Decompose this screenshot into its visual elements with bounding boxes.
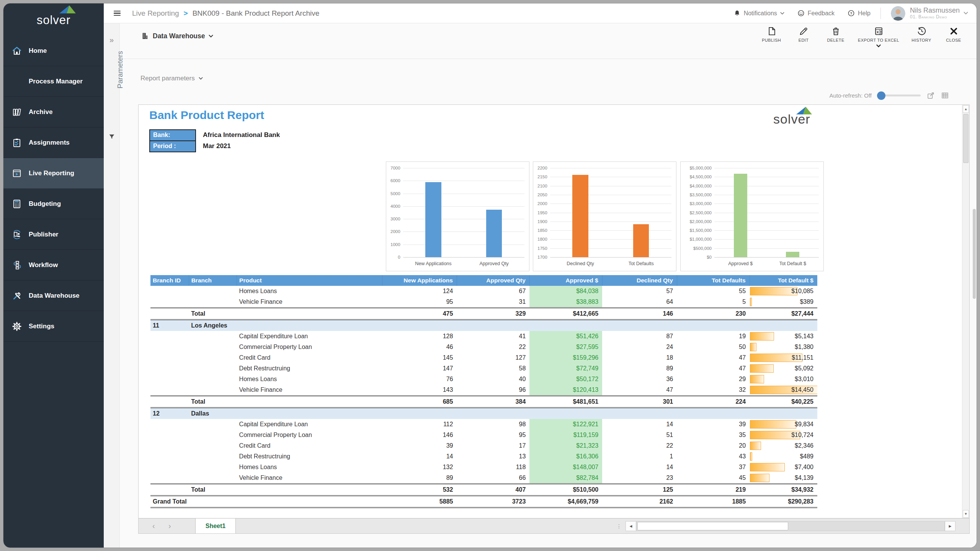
table-header-row: Branch IDBranchProductNew ApplicationsAp… bbox=[150, 275, 817, 286]
value-cell: 22 bbox=[457, 342, 529, 352]
sidebar-item-publisher[interactable]: Publisher bbox=[3, 219, 104, 250]
filter-funnel-icon[interactable] bbox=[108, 134, 115, 142]
value-cell: $489 bbox=[750, 451, 817, 462]
sidebar-item-settings[interactable]: Settings bbox=[3, 311, 104, 342]
y-tick-label: $4,500,000 bbox=[689, 174, 712, 179]
branch-id-cell: 11 bbox=[150, 320, 189, 331]
total-value-cell: 301 bbox=[602, 396, 677, 408]
breadcrumb-separator: > bbox=[184, 9, 188, 18]
gridline bbox=[550, 195, 671, 195]
data-warehouse-dropdown[interactable]: Data Warehouse bbox=[140, 32, 213, 40]
value-cell: 95 bbox=[382, 297, 457, 308]
bar bbox=[786, 252, 799, 257]
sidebar-item-workflow[interactable]: Workflow bbox=[3, 250, 104, 280]
branch-id-cell bbox=[150, 331, 189, 342]
y-tick-label: $2,500,000 bbox=[689, 210, 712, 215]
export-label: DELETE bbox=[827, 38, 844, 42]
total-value-cell: 475 bbox=[382, 308, 457, 320]
bar bbox=[734, 174, 747, 257]
value-cell: 132 bbox=[382, 462, 457, 473]
value-cell: $5,143 bbox=[750, 331, 817, 342]
branch-id-cell bbox=[150, 419, 189, 430]
value-cell: 58 bbox=[457, 363, 529, 374]
chevron-down-icon bbox=[876, 44, 881, 47]
edit-button[interactable]: EDIT bbox=[794, 26, 813, 47]
gridline bbox=[714, 213, 819, 213]
feedback-button[interactable]: Feedback bbox=[797, 10, 835, 17]
value-cell: 13 bbox=[457, 451, 529, 462]
sidebar-item-live-reporting[interactable]: Live Reporting bbox=[3, 158, 104, 189]
sidebar-item-data-warehouse[interactable]: Data Warehouse bbox=[3, 280, 104, 311]
branch-id-cell bbox=[150, 440, 189, 451]
grid-icon[interactable] bbox=[941, 91, 949, 99]
value-cell: $72,749 bbox=[529, 363, 602, 374]
scroll-right-button[interactable]: ▶ bbox=[945, 521, 956, 531]
y-tick-label: 1800 bbox=[537, 237, 547, 241]
horizontal-scroll-thumb[interactable] bbox=[637, 522, 788, 530]
data-bar bbox=[750, 452, 752, 461]
value-cell: 29 bbox=[677, 374, 750, 385]
help-button[interactable]: ? Help bbox=[848, 10, 871, 17]
value-cell: 40 bbox=[457, 374, 529, 385]
expand-icon[interactable] bbox=[927, 91, 935, 99]
sidebar-item-home[interactable]: Home bbox=[3, 36, 104, 66]
scroll-left-button[interactable]: ◀ bbox=[626, 521, 636, 531]
sidebar-item-process-manager[interactable]: Process Manager bbox=[3, 66, 104, 97]
expand-panel-icon[interactable]: » bbox=[109, 36, 114, 44]
warehouse-icon bbox=[140, 32, 149, 40]
sidebar-item-archive[interactable]: Archive bbox=[3, 97, 104, 127]
sheet-prev-button[interactable]: ‹ bbox=[152, 518, 155, 533]
publish-button[interactable]: PUBLISH bbox=[761, 26, 781, 47]
y-tick-label: 1000 bbox=[390, 242, 400, 247]
data-bar bbox=[750, 463, 785, 471]
report-actions-toolbar: PUBLISH EDIT DELETE X EXPORT TO EXCEL HI… bbox=[761, 26, 964, 47]
breadcrumb-section[interactable]: Live Reporting bbox=[132, 9, 179, 18]
notifications-button[interactable]: Notifications bbox=[733, 10, 784, 17]
vertical-scroll-thumb[interactable] bbox=[963, 114, 969, 163]
trash-icon bbox=[831, 26, 841, 36]
value-cell: 35 bbox=[677, 430, 750, 440]
scroll-down-button[interactable]: ▼ bbox=[963, 510, 969, 518]
user-menu[interactable]: Nils Rasmussen 01. Banking Demo bbox=[910, 7, 960, 20]
solver-logo-icon bbox=[59, 4, 77, 14]
value-text: $14,450 bbox=[791, 386, 813, 393]
report-horizontal-scrollbar[interactable] bbox=[636, 521, 945, 531]
slider-knob[interactable] bbox=[877, 91, 885, 100]
value-text: $389 bbox=[800, 298, 813, 305]
auto-refresh-label: Auto-refresh: Off bbox=[829, 92, 872, 99]
data-bar bbox=[750, 442, 761, 450]
column-header: Tot Defaults bbox=[677, 275, 750, 286]
report-table-host: Branch IDBranchProductNew ApplicationsAp… bbox=[150, 275, 817, 508]
avatar[interactable] bbox=[891, 6, 905, 21]
y-tick-label: 2150 bbox=[537, 174, 547, 179]
page-scroll-thumb[interactable] bbox=[973, 209, 976, 299]
report-parameters-dropdown[interactable]: Report parameters bbox=[140, 75, 203, 82]
scroll-up-button[interactable]: ▲ bbox=[963, 105, 969, 113]
export-to-excel-button[interactable]: X EXPORT TO EXCEL bbox=[858, 26, 899, 47]
value-cell: 87 bbox=[602, 331, 677, 342]
scrollbar-resize-handle[interactable]: ⋮ bbox=[616, 525, 622, 527]
value-cell: 5 bbox=[677, 297, 750, 308]
close-button[interactable]: CLOSE bbox=[944, 26, 964, 47]
total-value-cell: $27,444 bbox=[750, 308, 817, 320]
value-cell: 19 bbox=[677, 331, 750, 342]
chevron-down-icon[interactable] bbox=[964, 11, 968, 15]
sidebar-item-assignments[interactable]: Assignments bbox=[3, 127, 104, 158]
value-text: $9,834 bbox=[795, 421, 813, 427]
bank-label: Bank: bbox=[149, 129, 196, 141]
y-tick-label: 2000 bbox=[390, 229, 400, 234]
gridline bbox=[714, 177, 819, 177]
total-value-cell: $290,283 bbox=[750, 496, 817, 508]
gridline bbox=[403, 206, 524, 207]
menu-icon[interactable] bbox=[114, 11, 121, 16]
auto-refresh-slider[interactable] bbox=[878, 95, 921, 96]
sheet-tab[interactable]: Sheet1 bbox=[195, 518, 236, 533]
grand-total-row: Grand Total58853723$4,669,75921621885$29… bbox=[150, 496, 817, 508]
data-bar bbox=[750, 375, 764, 383]
history-button[interactable]: HISTORY bbox=[911, 26, 931, 47]
sidebar-item-budgeting[interactable]: Budgeting bbox=[3, 189, 104, 219]
sheet-next-button[interactable]: › bbox=[168, 518, 171, 533]
delete-button[interactable]: DELETE bbox=[826, 26, 846, 47]
total-value-cell: 3723 bbox=[457, 496, 529, 508]
user-org: 01. Banking Demo bbox=[910, 15, 960, 20]
